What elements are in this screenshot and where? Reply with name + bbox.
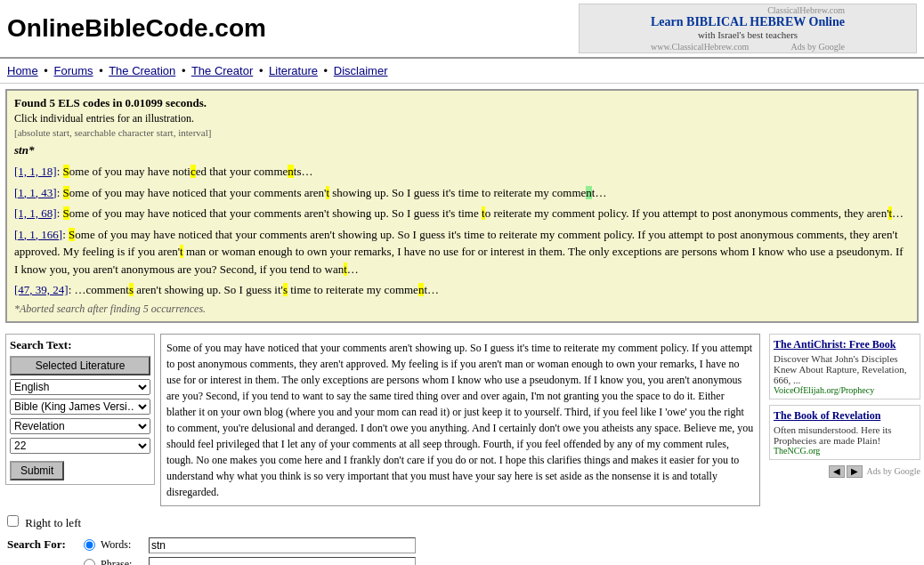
results-header: Found 5 ELS codes in 0.01099 seconds. — [14, 96, 910, 110]
ad-sidebar: The AntiChrist: Free Book Discover What … — [769, 334, 920, 478]
phrase-label: Phrase: — [101, 558, 145, 565]
ad-subtext: with Israel's best teachers — [651, 29, 845, 40]
lower-section: Right to left Search For: Words: Phrase: — [0, 512, 924, 566]
nav-literature[interactable]: Literature — [269, 64, 318, 77]
search-panel-title: Search Text: — [10, 338, 150, 352]
result-entry-3: [1, 1, 68]: Some of you may have noticed… — [14, 205, 910, 222]
result-link-5[interactable]: [47, 39, 24] — [14, 283, 69, 296]
ad-1-text: Discover What John's Disciples Knew Abou… — [774, 353, 916, 385]
rtl-row: Right to left — [7, 515, 917, 530]
ad-box-1: The AntiChrist: Free Book Discover What … — [769, 334, 920, 400]
middle-row: Search Text: Selected Literature English… — [0, 328, 924, 512]
result-entry-5: [47, 39, 24]: …comments aren't showing u… — [14, 281, 910, 299]
nav-the-creator[interactable]: The Creator — [191, 64, 253, 77]
selected-literature-button[interactable]: Selected Literature — [10, 356, 150, 375]
words-input[interactable] — [149, 537, 416, 553]
nav-disclaimer[interactable]: Disclaimer — [334, 64, 388, 77]
results-area: Found 5 ELS codes in 0.01099 seconds. Cl… — [5, 89, 919, 323]
page-header: OnlineBibleCode.com ClassicalHebrew.com … — [0, 0, 924, 59]
ad-nav-buttons: ◀ ▶ — [829, 465, 863, 478]
phrase-radio[interactable] — [84, 559, 95, 565]
ad-2-text: Often misunderstood. Here its Prophecies… — [774, 424, 916, 446]
result-entry-2: [1, 1, 43]: Some of you may have noticed… — [14, 184, 910, 202]
ad-box-2: The Book of Revelation Often misundersto… — [769, 405, 920, 460]
ad-2-link[interactable]: TheNCG.org — [774, 446, 916, 456]
results-format-note: [absolute start, searchable character st… — [14, 127, 910, 138]
site-title: OnlineBibleCode.com — [7, 14, 579, 43]
ads-by-google-label: Ads by Google — [866, 466, 920, 476]
submit-button[interactable]: Submit — [10, 461, 64, 480]
language-select[interactable]: English — [10, 379, 150, 395]
ad-next-button[interactable]: ▶ — [847, 465, 863, 478]
words-row: Words: — [84, 537, 416, 553]
rtl-label: Right to left — [25, 516, 81, 529]
words-radio[interactable] — [84, 539, 95, 551]
search-panel: Search Text: Selected Literature English… — [5, 334, 155, 485]
ad-prev-button[interactable]: ◀ — [829, 465, 845, 478]
phrase-input[interactable] — [149, 557, 416, 566]
main-nav: Home • Forums • The Creation • The Creat… — [0, 59, 924, 84]
rtl-checkbox[interactable] — [7, 515, 19, 527]
ad-2-title[interactable]: The Book of Revelation — [774, 409, 916, 423]
search-term-label: stn* — [14, 143, 910, 157]
result-entry-1: [1, 1, 18]: Some of you may have noticed… — [14, 163, 910, 181]
ad-nav-row: ◀ ▶ Ads by Google — [769, 465, 920, 478]
ad-url: www.ClassicalHebrew.com — [651, 42, 749, 52]
book2-select[interactable]: Revelation — [10, 418, 150, 434]
result-link-4[interactable]: [1, 1, 166] — [14, 228, 62, 241]
words-label: Words: — [101, 538, 145, 552]
result-entry-4: [1, 1, 166]: Some of you may have notice… — [14, 226, 910, 278]
result-link-3[interactable]: [1, 1, 68] — [14, 206, 57, 220]
search-for-section: Search For: Words: Phrase: — [7, 534, 917, 566]
ad-site-name: ClassicalHebrew.com — [651, 5, 845, 15]
ad-1-title[interactable]: The AntiChrist: Free Book — [774, 338, 916, 351]
nav-home[interactable]: Home — [7, 64, 38, 77]
results-instruction: Click individual entries for an illustra… — [14, 112, 910, 125]
text-display-area: Some of you may have noticed that your c… — [160, 334, 760, 506]
ad-1-link[interactable]: VoiceOfElijah.org/Prophecy — [774, 385, 916, 395]
header-ad-banner[interactable]: ClassicalHebrew.com Learn BIBLICAL HEBRE… — [579, 4, 917, 53]
result-link-1[interactable]: [1, 1, 18] — [14, 165, 57, 178]
header-ads-label: Ads by Google — [790, 42, 845, 52]
search-options: Words: Phrase: — [84, 537, 416, 566]
ad-headline: Learn BIBLICAL HEBREW Online — [651, 15, 845, 29]
chapter-select[interactable]: 22 — [10, 438, 150, 454]
search-for-label: Search For: — [7, 537, 78, 552]
nav-the-creation[interactable]: The Creation — [109, 64, 175, 77]
aborted-note: *Aborted search after finding 5 occurren… — [14, 303, 910, 316]
phrase-row: Phrase: — [84, 557, 416, 566]
nav-forums[interactable]: Forums — [54, 64, 93, 77]
result-link-2[interactable]: [1, 1, 43] — [14, 186, 57, 199]
book-select[interactable]: Bible (King James Versi…) — [10, 399, 150, 415]
